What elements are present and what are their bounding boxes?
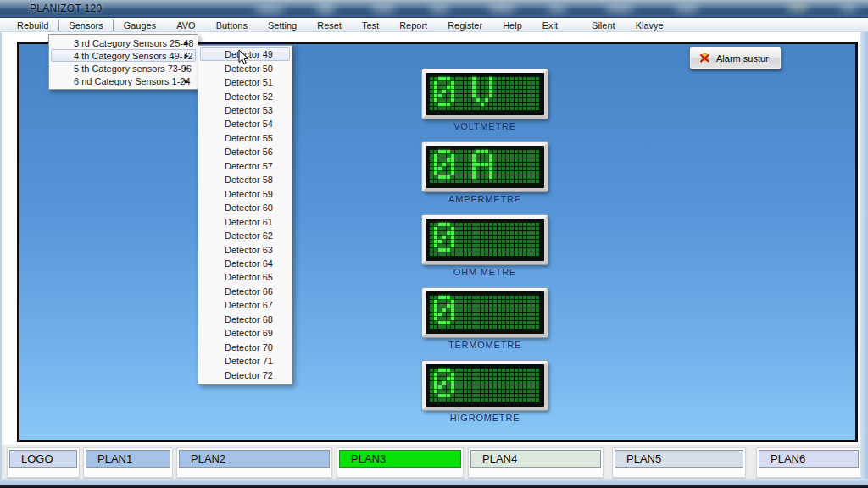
alarm-mute-label: Alarm sustur — [716, 53, 769, 64]
detector-menu-item[interactable]: Detector 61 — [200, 214, 290, 228]
meter-label: OHM METRE — [422, 267, 548, 277]
sensors-menu-item[interactable]: 4 th Category Sensors 49-72▶ — [51, 49, 196, 62]
detector-menu-item[interactable]: Detector 68 — [200, 313, 290, 326]
window-border-right — [860, 32, 868, 479]
meter-ampermetre: AMPERMETRE — [422, 142, 548, 204]
led-display-screen — [428, 148, 542, 186]
plan-tab-plan3[interactable]: PLAN3 — [339, 450, 461, 468]
menubar-item-reset[interactable]: Reset — [307, 19, 352, 31]
app-window: PLANIZOT 120 RebuildSensorsGaugesAVOButt… — [0, 0, 868, 488]
led-display-bezel — [426, 291, 544, 334]
detector-menu-item[interactable]: Detector 52 — [200, 89, 290, 103]
led-display-bezel — [426, 364, 544, 407]
plan-panel-plan6: PLAN6 — [756, 447, 861, 478]
detector-menu-item[interactable]: Detector 60 — [200, 201, 290, 214]
detector-menu-item[interactable]: Detector 54 — [200, 117, 290, 130]
menubar-item-setting[interactable]: Setting — [258, 19, 307, 31]
submenu-arrow-icon: ▶ — [185, 40, 189, 47]
titlebar-glass-reflection — [428, 5, 450, 13]
window-border-left — [0, 32, 2, 479]
menubar-item-klavye[interactable]: Klavye — [626, 19, 674, 31]
menubar-item-avo[interactable]: AVO — [166, 19, 205, 31]
led-display-screen — [428, 294, 542, 331]
plan-tab-plan1[interactable]: PLAN1 — [86, 450, 170, 468]
menubar-item-report[interactable]: Report — [389, 19, 437, 31]
sensors-menu-item[interactable]: 5 th Category sensors 73-96▶ — [51, 62, 196, 75]
menubar-item-test[interactable]: Test — [352, 19, 389, 31]
menubar: RebuildSensorsGaugesAVOButtonsSettingRes… — [0, 18, 868, 32]
plan-panel-plan5: PLAN5 — [612, 447, 746, 478]
led-display-screen — [428, 75, 542, 113]
detector-menu-item[interactable]: Detector 55 — [200, 131, 290, 145]
led-display-screen — [428, 221, 542, 258]
menubar-item-gauges[interactable]: Gauges — [114, 19, 167, 31]
plan-tab-plan2[interactable]: PLAN2 — [179, 450, 330, 468]
meter-voltmetre: VOLTMETRE — [422, 69, 548, 131]
titlebar-glass-reflection — [674, 4, 699, 13]
detector-menu-item[interactable]: Detector 58 — [200, 173, 290, 186]
plan-panel-plan3: PLAN3 — [337, 447, 464, 478]
menubar-item-help[interactable]: Help — [492, 19, 532, 31]
detector-menu-item[interactable]: Detector 56 — [200, 145, 290, 158]
titlebar-glass-reflection — [604, 4, 635, 13]
detector-menu-item[interactable]: Detector 62 — [200, 229, 290, 242]
window-title: PLANIZOT 120 — [30, 3, 102, 14]
menubar-item-rebuild[interactable]: Rebuild — [7, 19, 58, 31]
sensors-menu-item[interactable]: 6 nd Category Sensors 1-24▶ — [51, 75, 196, 87]
led-display-frame — [422, 361, 548, 410]
titlebar-glass-reflection — [315, 3, 336, 14]
detector-menu-item[interactable]: Detector 65 — [200, 270, 290, 284]
alarm-mute-button[interactable]: Alarm sustur — [689, 47, 782, 69]
led-display-frame — [422, 142, 548, 191]
led-display-frame — [422, 69, 548, 119]
detector-menu-item[interactable]: Detector 57 — [200, 159, 290, 173]
meter-ohm-metre: OHM METRE — [422, 215, 548, 277]
plan-tab-plan5[interactable]: PLAN5 — [615, 450, 743, 468]
sensors-menu-item[interactable]: 3 rd Category Sensors 25-48▶ — [51, 36, 196, 49]
plan-panel-logo: LOGO — [7, 447, 80, 478]
detector-menu-item[interactable]: Detector 70 — [200, 341, 290, 354]
detector-menu-item[interactable]: Detector 59 — [200, 187, 290, 201]
main-area: Alarm sustur VOLTMETREAMPERMETREOHM METR… — [0, 32, 868, 444]
submenu-arrow-icon: ▶ — [185, 53, 189, 59]
menubar-item-exit[interactable]: Exit — [532, 19, 568, 31]
titlebar-glass-reflection — [254, 5, 285, 14]
submenu-arrow-icon: ▶ — [185, 78, 189, 85]
led-display-frame — [422, 288, 548, 337]
detector-menu-item[interactable]: Detector 53 — [200, 103, 290, 117]
plan-tab-plan6[interactable]: PLAN6 — [759, 450, 859, 468]
titlebar-glass-reflection — [547, 5, 567, 13]
titlebar[interactable]: PLANIZOT 120 — [0, 0, 868, 18]
plan-tab-plan4[interactable]: PLAN4 — [470, 450, 601, 468]
detector-menu-item[interactable]: Detector 72 — [200, 368, 290, 381]
plan-tabs-bar: LOGOPLAN1PLAN2PLAN3PLAN4PLAN5PLAN6 — [0, 444, 868, 479]
detector-menu-item[interactable]: Detector 66 — [200, 285, 290, 298]
plan-panel-plan1: PLAN1 — [83, 447, 173, 478]
detector-menu-item[interactable]: Detector 63 — [200, 242, 290, 256]
detector-menu-item[interactable]: Detector 67 — [200, 298, 290, 312]
taskbar-edge — [0, 485, 868, 488]
detector-menu-item[interactable]: Detector 51 — [200, 75, 290, 89]
menubar-item-register[interactable]: Register — [437, 19, 492, 31]
led-display-bezel — [426, 73, 544, 115]
led-display-bezel — [426, 146, 544, 188]
alarm-mute-icon — [698, 52, 711, 64]
detector-menu-item[interactable]: Detector 71 — [200, 354, 290, 368]
meters-column: VOLTMETREAMPERMETREOHM METRETERMOMETREHİ… — [422, 69, 548, 434]
plan-tab-logo[interactable]: LOGO — [9, 450, 77, 468]
mouse-cursor — [238, 49, 250, 65]
menubar-item-silent[interactable]: Silent — [581, 19, 626, 31]
meter-label: HİGROMETRE — [422, 413, 548, 423]
led-display-screen — [428, 367, 542, 404]
menubar-item-sensors[interactable]: Sensors — [58, 19, 113, 31]
meter-label: TERMOMETRE — [422, 340, 548, 350]
menubar-item-buttons[interactable]: Buttons — [206, 19, 258, 31]
detector-menu-item[interactable]: Detector 64 — [200, 257, 290, 270]
meter-termometre: TERMOMETRE — [422, 288, 548, 350]
titlebar-glass-reflection — [839, 5, 858, 12]
titlebar-glass-reflection — [487, 3, 516, 13]
meter-hi-grometre: HİGROMETRE — [422, 361, 548, 423]
detector-menu-item[interactable]: Detector 69 — [200, 326, 290, 340]
plan-panel-plan2: PLAN2 — [176, 447, 332, 478]
sensors-menu-popup: 3 rd Category Sensors 25-48▶4 th Categor… — [48, 34, 198, 90]
